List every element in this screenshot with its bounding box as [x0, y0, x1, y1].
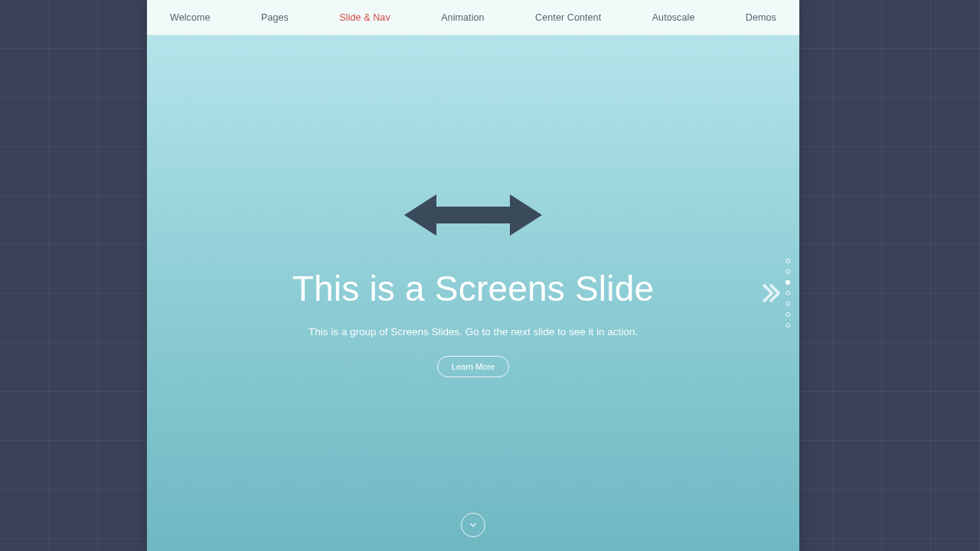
chevron-down-icon: [468, 520, 479, 530]
double-arrow-icon: [404, 188, 542, 242]
pager-dot-1[interactable]: [786, 259, 790, 263]
pager-dot-2[interactable]: [786, 269, 790, 274]
slide-title: This is a Screens Slide: [147, 268, 799, 309]
next-slide-button[interactable]: [760, 282, 782, 305]
nav-item-center-content[interactable]: Center Content: [535, 12, 601, 23]
pager-dot-3[interactable]: [786, 280, 790, 285]
pager-dot-6[interactable]: [786, 312, 790, 317]
nav-item-pages[interactable]: Pages: [261, 12, 289, 23]
slide-pager: [786, 259, 790, 328]
learn-more-button[interactable]: Learn More: [437, 356, 509, 377]
scroll-down-button[interactable]: [461, 513, 485, 537]
nav-item-autoscale[interactable]: Autoscale: [652, 12, 695, 23]
pager-dot-5[interactable]: [786, 302, 790, 306]
chevrons-right-icon: [760, 282, 782, 305]
slide-content: This is a Screens Slide This is a group …: [147, 188, 799, 377]
nav-item-welcome[interactable]: Welcome: [170, 12, 211, 23]
slide-area: This is a Screens Slide This is a group …: [147, 35, 799, 551]
svg-marker-0: [404, 194, 542, 236]
slide-subtitle: This is a group of Screens Slides. Go to…: [147, 326, 799, 337]
pager-dot-4[interactable]: [786, 291, 790, 295]
pager-dot-7[interactable]: [786, 323, 790, 328]
top-nav: Welcome Pages Slide & Nav Animation Cent…: [147, 0, 799, 35]
nav-item-demos[interactable]: Demos: [746, 12, 776, 23]
nav-item-slide-and-nav[interactable]: Slide & Nav: [339, 12, 390, 23]
nav-item-animation[interactable]: Animation: [441, 12, 485, 23]
app-window: Welcome Pages Slide & Nav Animation Cent…: [147, 0, 799, 551]
